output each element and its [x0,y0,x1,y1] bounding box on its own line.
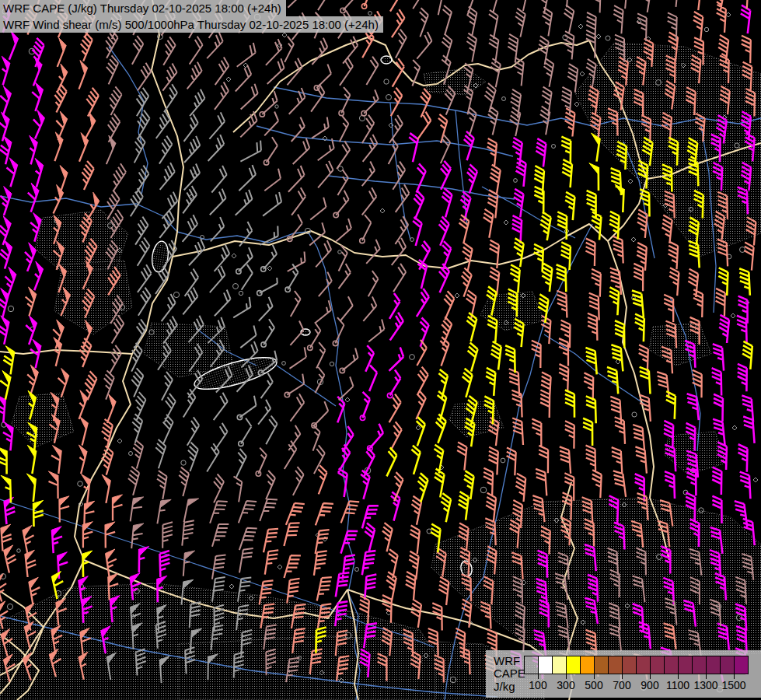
legend-cell [580,656,595,674]
legend-tick-label: 100 [522,679,553,691]
legend-tick-label: 1500 [718,679,749,691]
legend-tick-label: 700 [606,679,637,691]
legend-cell [720,656,735,674]
weather-map-canvas [0,0,761,700]
legend-tick-label: 1100 [662,679,693,691]
legend-cell [538,656,553,674]
map-title-cape: WRF CAPE (J/kg) Thursday 02-10-2025 18:0… [0,0,286,16]
legend-cell [678,656,693,674]
legend-tick-label: 900 [634,679,665,691]
legend-cell [594,656,609,674]
legend-title-wrf: WRF [494,655,528,667]
map-title-windshear: WRF Wind shear (m/s) 500/1000hPa Thursda… [0,16,383,33]
legend-cell [608,656,623,674]
legend-cell [664,656,679,674]
legend-cell [706,656,721,674]
legend-cell [692,656,707,674]
legend-cell [552,656,567,674]
lake [381,56,392,64]
legend-cell [636,656,651,674]
legend-tick-label: 300 [550,679,581,691]
cape-legend: WRF CAPE J/kg 10030050070090011001300150… [486,650,761,698]
legend-cell [524,656,539,674]
wrf-weather-map: WRF CAPE (J/kg) Thursday 02-10-2025 18:0… [0,0,761,700]
legend-cell [734,656,749,674]
legend-tick-label: 500 [578,679,609,691]
legend-cell [566,656,581,674]
legend-cell [650,656,665,674]
legend-title-cape: CAPE [494,667,528,680]
legend-cell [622,656,637,674]
legend-tick-label: 1300 [690,679,721,691]
